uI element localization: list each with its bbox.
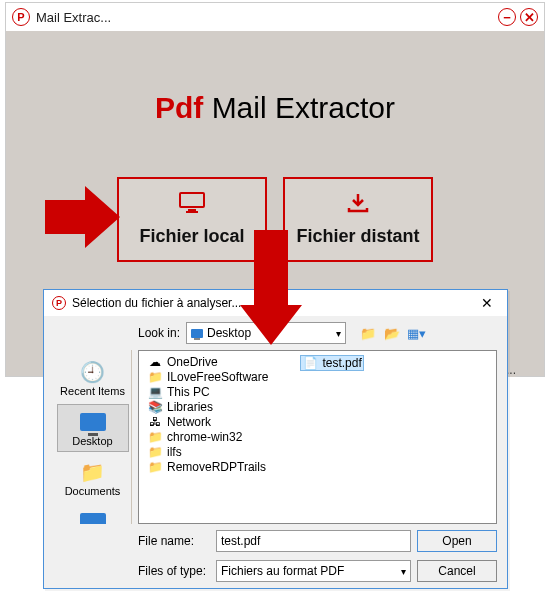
- cancel-button[interactable]: Cancel: [417, 560, 497, 582]
- new-folder-icon[interactable]: 📂: [382, 323, 402, 343]
- dialog-sidebar: 🕘 Recent Items Desktop 📁 Documents This …: [54, 350, 132, 524]
- file-icon: 🖧: [147, 415, 163, 429]
- file-item[interactable]: 📚Libraries: [145, 400, 270, 414]
- titlebar: P Mail Extrac... − ✕: [6, 3, 544, 31]
- pdf-icon: 📄: [302, 356, 318, 370]
- pc-icon: [76, 509, 110, 524]
- filetype-combo[interactable]: Fichiers au format PDF▾: [216, 560, 411, 582]
- sidebar-item-recent[interactable]: 🕘 Recent Items: [57, 354, 129, 402]
- view-menu-icon[interactable]: ▦▾: [406, 323, 426, 343]
- svg-rect-2: [186, 211, 198, 213]
- file-icon: 📁: [147, 430, 163, 444]
- file-list[interactable]: ☁OneDrive📁ILoveFreeSoftware💻This PC📚Libr…: [138, 350, 497, 524]
- hero-pdf-text: Pdf: [155, 91, 203, 124]
- lookin-label: Look in:: [138, 326, 180, 340]
- file-item[interactable]: 💻This PC: [145, 385, 270, 399]
- file-label: ilfs: [167, 445, 182, 459]
- file-icon: ☁: [147, 355, 163, 369]
- filename-label: File name:: [138, 534, 210, 548]
- documents-icon: 📁: [76, 459, 110, 485]
- chevron-down-icon: ▾: [401, 566, 406, 577]
- window-title: Mail Extrac...: [36, 10, 498, 25]
- file-icon: 💻: [147, 385, 163, 399]
- hero-title: Pdf Mail Extractor: [155, 91, 395, 125]
- sidebar-item-desktop[interactable]: Desktop: [57, 404, 129, 452]
- file-item-selected[interactable]: 📄 test.pdf: [300, 355, 363, 371]
- file-label: ILoveFreeSoftware: [167, 370, 268, 384]
- file-icon: 📁: [147, 460, 163, 474]
- file-label: chrome-win32: [167, 430, 242, 444]
- sidebar-item-thispc[interactable]: This PC: [57, 504, 129, 524]
- file-item[interactable]: 📁ilfs: [145, 445, 270, 459]
- file-label: This PC: [167, 385, 210, 399]
- remote-file-button[interactable]: Fichier distant: [283, 177, 433, 262]
- desktop-icon: [76, 409, 110, 435]
- desktop-icon: [191, 329, 203, 338]
- chevron-down-icon: ▾: [336, 328, 341, 339]
- file-label: OneDrive: [167, 355, 218, 369]
- file-item[interactable]: 📁chrome-win32: [145, 430, 270, 444]
- file-icon: 📚: [147, 400, 163, 414]
- sidebar-item-label: Documents: [65, 485, 121, 497]
- monitor-icon: [178, 192, 206, 220]
- close-button[interactable]: ✕: [520, 8, 538, 26]
- minimize-button[interactable]: −: [498, 8, 516, 26]
- filename-input[interactable]: test.pdf: [216, 530, 411, 552]
- file-item[interactable]: 🖧Network: [145, 415, 270, 429]
- up-folder-icon[interactable]: 📁: [358, 323, 378, 343]
- dialog-close-button[interactable]: ✕: [475, 293, 499, 313]
- sidebar-item-label: Recent Items: [60, 385, 125, 397]
- open-button[interactable]: Open: [417, 530, 497, 552]
- file-label: RemoveRDPTrails: [167, 460, 266, 474]
- svg-rect-0: [180, 193, 204, 207]
- dialog-logo-icon: P: [52, 296, 66, 310]
- remote-file-label: Fichier distant: [296, 226, 419, 247]
- annotation-arrow-down-icon: [240, 230, 302, 349]
- recent-icon: 🕘: [76, 359, 110, 385]
- annotation-arrow-icon: [45, 186, 120, 248]
- sidebar-item-label: Desktop: [72, 435, 112, 447]
- file-icon: 📁: [147, 445, 163, 459]
- file-label: Libraries: [167, 400, 213, 414]
- filetype-label: Files of type:: [138, 564, 210, 578]
- download-icon: [346, 192, 370, 220]
- file-icon: 📁: [147, 370, 163, 384]
- file-item[interactable]: 📁ILoveFreeSoftware: [145, 370, 270, 384]
- file-label: test.pdf: [322, 356, 361, 370]
- sidebar-item-documents[interactable]: 📁 Documents: [57, 454, 129, 502]
- local-file-label: Fichier local: [139, 226, 244, 247]
- file-item[interactable]: ☁OneDrive: [145, 355, 270, 369]
- svg-rect-1: [188, 209, 196, 211]
- app-logo-icon: P: [12, 8, 30, 26]
- file-item[interactable]: 📁RemoveRDPTrails: [145, 460, 270, 474]
- file-label: Network: [167, 415, 211, 429]
- hero-rest-text: Mail Extractor: [203, 91, 395, 124]
